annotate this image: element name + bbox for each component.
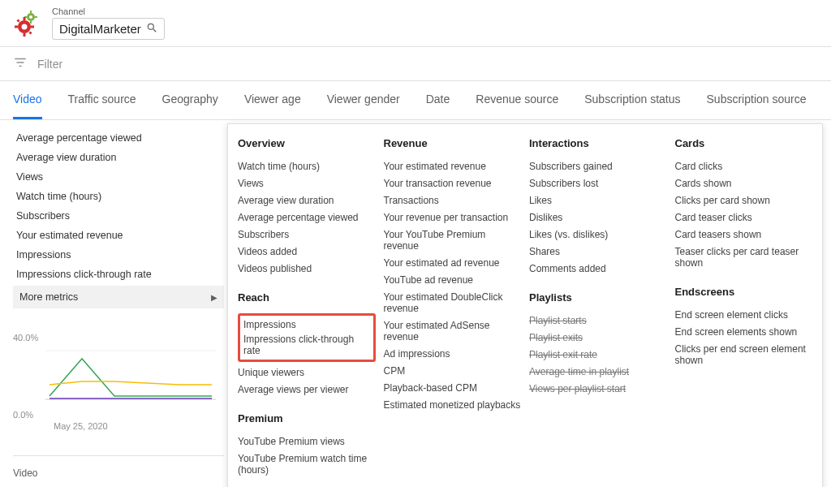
metric-item[interactable]: Average percentage viewed: [13, 128, 224, 148]
dd-item[interactable]: Dislikes: [529, 209, 667, 226]
dd-item[interactable]: Subscribers lost: [529, 174, 667, 192]
section-premium: Premium: [238, 412, 376, 424]
metric-item[interactable]: Watch time (hours): [13, 187, 224, 206]
section-playlists: Playlists: [529, 291, 667, 304]
metric-item[interactable]: Your estimated revenue: [13, 226, 224, 245]
chart-svg: [13, 342, 216, 407]
dd-item[interactable]: YouTube ad revenue: [384, 271, 522, 288]
dd-item-impressions[interactable]: Impressions: [243, 317, 370, 332]
tabs-bar: Video Traffic source Geography Viewer ag…: [0, 81, 831, 120]
dd-item[interactable]: End screen element clicks: [675, 306, 813, 323]
dd-item[interactable]: Views: [238, 174, 376, 192]
svg-point-14: [148, 24, 153, 29]
dd-item[interactable]: Likes (vs. dislikes): [529, 226, 667, 243]
dd-item[interactable]: Comments added: [529, 260, 667, 277]
dd-item[interactable]: Card teasers shown: [675, 226, 813, 243]
tab-video[interactable]: Video: [13, 81, 42, 119]
svg-rect-11: [31, 25, 34, 28]
svg-rect-9: [24, 33, 26, 37]
metric-item[interactable]: Impressions: [13, 245, 224, 265]
dd-item[interactable]: Clicks per end screen element shown: [675, 340, 813, 368]
tab-subscription-status[interactable]: Subscription status: [584, 81, 680, 119]
tab-viewer-gender[interactable]: Viewer gender: [327, 81, 400, 119]
dd-item[interactable]: Watch time (hours): [238, 157, 376, 174]
more-metrics-label: More metrics: [19, 291, 78, 303]
svg-rect-2: [30, 11, 32, 13]
filter-label: Filter: [37, 58, 62, 71]
video-footer-label: Video: [13, 455, 224, 479]
mini-chart: 40.0% 0.0% May 25, 2020: [13, 333, 224, 431]
x-axis-label: May 25, 2020: [54, 421, 224, 431]
dd-item[interactable]: Transactions: [384, 192, 522, 209]
svg-rect-13: [28, 31, 32, 34]
more-metrics-dropdown: Overview Watch time (hours) Views Averag…: [227, 123, 823, 487]
dd-item[interactable]: Clicks per card shown: [675, 192, 813, 209]
section-reach: Reach: [238, 291, 376, 304]
dd-item[interactable]: Videos published: [238, 260, 376, 277]
dd-item[interactable]: End screen elements shown: [675, 323, 813, 340]
dd-item[interactable]: Average time in playlist: [529, 363, 667, 380]
metric-item[interactable]: Impressions click-through rate: [13, 265, 224, 284]
dd-item[interactable]: Your transaction revenue: [384, 174, 522, 192]
tab-subscription-source[interactable]: Subscription source: [707, 81, 807, 119]
dd-item[interactable]: Subscribers gained: [529, 157, 667, 174]
dd-item[interactable]: Card clicks: [675, 157, 813, 174]
dd-item[interactable]: Your estimated revenue: [384, 157, 522, 174]
dd-item[interactable]: Views per playlist start: [529, 380, 667, 397]
more-metrics-button[interactable]: More metrics ▶: [13, 286, 224, 308]
dd-item[interactable]: Your YouTube Premium revenue: [384, 226, 522, 254]
tab-date[interactable]: Date: [426, 81, 450, 119]
dd-item[interactable]: Playlist starts: [529, 312, 667, 329]
svg-rect-10: [15, 25, 18, 28]
channel-label: Channel: [52, 6, 165, 16]
dd-item[interactable]: Playlist exits: [529, 329, 667, 346]
dd-item[interactable]: Your revenue per transaction: [384, 209, 522, 226]
metric-item[interactable]: Average view duration: [13, 148, 224, 167]
header: Channel DigitalMarketer: [0, 0, 831, 46]
dd-item[interactable]: Average percentage viewed: [238, 209, 376, 226]
dd-item[interactable]: Average view duration: [238, 192, 376, 209]
section-overview: Overview: [238, 137, 376, 149]
filter-icon: [13, 55, 28, 72]
section-cards: Cards: [675, 137, 813, 149]
svg-rect-12: [16, 19, 19, 22]
dd-item[interactable]: YouTube Premium views: [238, 433, 376, 450]
channel-selector[interactable]: DigitalMarketer: [52, 18, 165, 40]
tab-geography[interactable]: Geography: [162, 81, 218, 119]
svg-line-15: [153, 29, 157, 32]
filter-bar[interactable]: Filter: [0, 46, 831, 81]
tab-revenue-source[interactable]: Revenue source: [476, 81, 558, 119]
svg-rect-5: [35, 16, 37, 18]
dd-item[interactable]: Card teaser clicks: [675, 209, 813, 226]
svg-rect-3: [30, 21, 32, 24]
dd-item[interactable]: Unique viewers: [238, 364, 376, 381]
tab-viewer-age[interactable]: Viewer age: [244, 81, 301, 119]
dd-item[interactable]: Subscribers: [238, 226, 376, 243]
dd-item[interactable]: YouTube Premium watch time (hours): [238, 450, 376, 478]
tab-traffic-source[interactable]: Traffic source: [68, 81, 136, 119]
section-interactions: Interactions: [529, 137, 667, 149]
section-endscreens: Endscreens: [675, 286, 813, 298]
dd-item[interactable]: Average views per viewer: [238, 381, 376, 398]
channel-value: DigitalMarketer: [59, 22, 141, 36]
dd-item[interactable]: Shares: [529, 243, 667, 260]
metric-item[interactable]: Views: [13, 167, 224, 187]
dd-item[interactable]: Playback-based CPM: [384, 379, 522, 396]
dd-item[interactable]: CPM: [384, 362, 522, 379]
dd-item[interactable]: Videos added: [238, 243, 376, 260]
chevron-right-icon: ▶: [211, 293, 217, 302]
metric-item[interactable]: Subscribers: [13, 206, 224, 226]
dd-item[interactable]: Teaser clicks per card teaser shown: [675, 243, 813, 271]
dd-item[interactable]: Estimated monetized playbacks: [384, 396, 522, 413]
dd-item[interactable]: Cards shown: [675, 174, 813, 192]
dd-item[interactable]: Playlist exit rate: [529, 346, 667, 363]
left-column: Average percentage viewed Average view d…: [13, 128, 224, 479]
dd-item[interactable]: Your estimated AdSense revenue: [384, 317, 522, 345]
dd-item[interactable]: Ad impressions: [384, 345, 522, 362]
dd-item[interactable]: Likes: [529, 192, 667, 209]
dd-item[interactable]: Your estimated ad revenue: [384, 254, 522, 271]
dd-item-impressions-ctr[interactable]: Impressions click-through rate: [243, 332, 370, 358]
highlight-annotation: Impressions Impressions click-through ra…: [238, 313, 376, 362]
section-revenue: Revenue: [384, 137, 522, 149]
dd-item[interactable]: Your estimated DoubleClick revenue: [384, 288, 522, 317]
